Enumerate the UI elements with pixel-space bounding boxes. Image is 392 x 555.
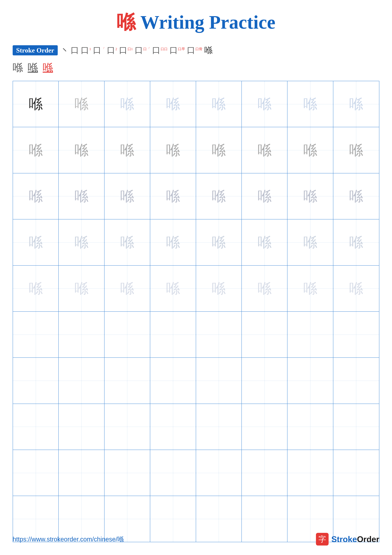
footer-logo-icon: 字 — [316, 533, 328, 546]
cell-2-5[interactable]: 喺 — [196, 127, 242, 173]
cell-3-6[interactable]: 喺 — [242, 173, 287, 219]
char-5-2: 喺 — [74, 279, 88, 298]
cell-4-4[interactable]: 喺 — [150, 219, 196, 265]
cell-4-2[interactable]: 喺 — [59, 219, 104, 265]
char-1-3: 喺 — [120, 95, 134, 113]
cell-7-7[interactable] — [287, 358, 333, 403]
cell-5-6[interactable]: 喺 — [242, 266, 287, 311]
cell-3-8[interactable]: 喺 — [333, 173, 379, 219]
cell-9-4[interactable] — [150, 450, 196, 496]
footer-brand: 字 StrokeOrder — [316, 533, 379, 546]
cell-4-7[interactable]: 喺 — [287, 219, 333, 265]
cell-1-6[interactable]: 喺 — [242, 81, 287, 127]
cell-8-2[interactable] — [59, 404, 104, 450]
cell-1-2[interactable]: 喺 — [59, 81, 104, 127]
cell-8-7[interactable] — [287, 404, 333, 450]
char-4-1: 喺 — [29, 233, 43, 252]
cell-5-7[interactable]: 喺 — [287, 266, 333, 311]
footer: https://www.strokeorder.com/chinese/喺 字 … — [13, 533, 379, 546]
char-4-5: 喺 — [212, 233, 226, 252]
cell-6-6[interactable] — [242, 312, 287, 358]
grid-row-8 — [13, 404, 379, 450]
cell-9-1[interactable] — [13, 450, 59, 496]
cell-6-3[interactable] — [105, 312, 150, 358]
cell-4-3[interactable]: 喺 — [105, 219, 150, 265]
cell-7-4[interactable] — [150, 358, 196, 403]
cell-8-1[interactable] — [13, 404, 59, 450]
cell-3-2[interactable]: 喺 — [59, 173, 104, 219]
cell-3-5[interactable]: 喺 — [196, 173, 242, 219]
cell-1-1[interactable]: 喺 — [13, 81, 59, 127]
cell-6-5[interactable] — [196, 312, 242, 358]
cell-6-7[interactable] — [287, 312, 333, 358]
cell-7-8[interactable] — [333, 358, 379, 403]
cell-2-6[interactable]: 喺 — [242, 127, 287, 173]
char-5-4: 喺 — [166, 279, 180, 298]
stroke-3: 口1 — [81, 45, 91, 56]
cell-3-1[interactable]: 喺 — [13, 173, 59, 219]
cell-6-2[interactable] — [59, 312, 104, 358]
cell-1-3[interactable]: 喺 — [105, 81, 150, 127]
cell-5-5[interactable]: 喺 — [196, 266, 242, 311]
cell-5-1[interactable]: 喺 — [13, 266, 59, 311]
stroke-4: 口「 — [93, 45, 105, 56]
cell-2-3[interactable]: 喺 — [105, 127, 150, 173]
cell-9-6[interactable] — [242, 450, 287, 496]
cell-2-8[interactable]: 喺 — [333, 127, 379, 173]
cell-9-8[interactable] — [333, 450, 379, 496]
cell-8-5[interactable] — [196, 404, 242, 450]
stroke-10: 口口骨 — [187, 45, 202, 56]
cell-5-3[interactable]: 喺 — [105, 266, 150, 311]
cell-7-6[interactable] — [242, 358, 287, 403]
cell-1-7[interactable]: 喺 — [287, 81, 333, 127]
char-3-3: 喺 — [120, 187, 134, 206]
grid-row-1: 喺 喺 喺 喺 喺 喺 喺 喺 — [13, 81, 379, 127]
page-title: 喺 Writing Practice — [117, 9, 275, 35]
cell-6-4[interactable] — [150, 312, 196, 358]
stroke-11: 喺 — [204, 45, 213, 56]
cell-9-5[interactable] — [196, 450, 242, 496]
cell-8-8[interactable] — [333, 404, 379, 450]
char-1-4: 喺 — [166, 95, 180, 113]
grid-row-6 — [13, 312, 379, 358]
cell-4-6[interactable]: 喺 — [242, 219, 287, 265]
char-3-2: 喺 — [74, 187, 88, 206]
cell-6-8[interactable] — [333, 312, 379, 358]
cell-7-1[interactable] — [13, 358, 59, 403]
stroke-1: ㇔ — [61, 45, 69, 56]
cell-2-7[interactable]: 喺 — [287, 127, 333, 173]
cell-7-2[interactable] — [59, 358, 104, 403]
char-1-5: 喺 — [212, 95, 226, 113]
stroke-6: 口口1 — [119, 45, 133, 56]
cell-3-3[interactable]: 喺 — [105, 173, 150, 219]
title-text: Writing Practice — [140, 12, 275, 33]
cell-7-5[interactable] — [196, 358, 242, 403]
cell-3-4[interactable]: 喺 — [150, 173, 196, 219]
cell-8-6[interactable] — [242, 404, 287, 450]
cell-5-2[interactable]: 喺 — [59, 266, 104, 311]
cell-9-7[interactable] — [287, 450, 333, 496]
cell-5-4[interactable]: 喺 — [150, 266, 196, 311]
cell-4-1[interactable]: 喺 — [13, 219, 59, 265]
cell-6-1[interactable] — [13, 312, 59, 358]
footer-url: https://www.strokeorder.com/chinese/喺 — [13, 535, 124, 544]
cell-2-1[interactable]: 喺 — [13, 127, 59, 173]
cell-4-8[interactable]: 喺 — [333, 219, 379, 265]
cell-5-8[interactable]: 喺 — [333, 266, 379, 311]
cell-2-2[interactable]: 喺 — [59, 127, 104, 173]
stroke-chars-row2: 喺 喺 喺 — [13, 61, 379, 74]
cell-1-4[interactable]: 喺 — [150, 81, 196, 127]
cell-4-5[interactable]: 喺 — [196, 219, 242, 265]
cell-1-5[interactable]: 喺 — [196, 81, 242, 127]
stroke-order-row: Stroke Order ㇔ 口 口1 口「 口2 口口1 口口「 口口口 口口… — [13, 45, 379, 56]
char-5-5: 喺 — [212, 279, 226, 298]
cell-7-3[interactable] — [105, 358, 150, 403]
char-2-6: 喺 — [258, 141, 271, 160]
cell-9-3[interactable] — [105, 450, 150, 496]
cell-8-4[interactable] — [150, 404, 196, 450]
cell-8-3[interactable] — [105, 404, 150, 450]
cell-2-4[interactable]: 喺 — [150, 127, 196, 173]
cell-3-7[interactable]: 喺 — [287, 173, 333, 219]
cell-9-2[interactable] — [59, 450, 104, 496]
cell-1-8[interactable]: 喺 — [333, 81, 379, 127]
